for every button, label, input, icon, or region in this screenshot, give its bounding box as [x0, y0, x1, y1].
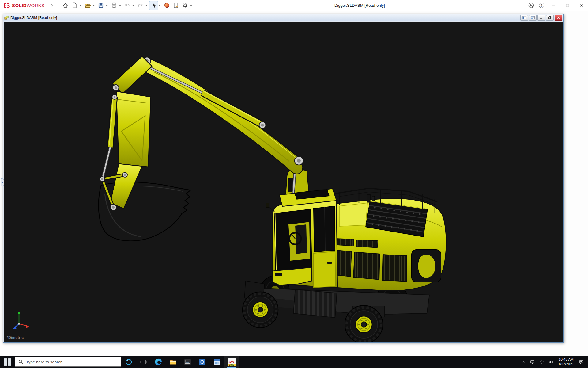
file-explorer-icon	[169, 358, 177, 366]
clock-date: 1/27/2021	[558, 362, 574, 366]
clock-time: 10:45 AM	[558, 357, 574, 362]
app-close-button[interactable]	[574, 0, 588, 11]
doc-restore-button[interactable]	[546, 15, 554, 21]
tray-network-button[interactable]	[537, 356, 546, 368]
app-minimize-button[interactable]	[547, 0, 560, 11]
save-button[interactable]	[97, 1, 105, 10]
windows-logo-icon	[4, 358, 11, 366]
pinned-app-button-2[interactable]	[195, 356, 209, 368]
minimize-icon	[552, 4, 556, 7]
document-window: Digger.SLDASM [Read-only]	[3, 14, 564, 343]
network-icon	[539, 360, 544, 364]
restore-icon	[548, 16, 552, 19]
viewport-layout-button-2[interactable]	[529, 15, 537, 21]
hidden-icons-button[interactable]	[519, 356, 528, 368]
viewport-layout-button-1[interactable]	[520, 15, 528, 21]
view-orientation-label: *Dimetric	[7, 335, 24, 340]
select-tool-button[interactable]	[149, 1, 158, 10]
options-gear-icon[interactable]	[181, 1, 190, 10]
save-dropdown-caret[interactable]	[106, 5, 108, 6]
new-document-dropdown-caret[interactable]	[80, 5, 81, 6]
dassault-3ds-logo-icon	[3, 2, 10, 9]
wheel-near-right[interactable]	[345, 305, 383, 342]
maximize-icon	[566, 4, 569, 7]
task-view-button[interactable]	[136, 356, 151, 368]
file-explorer-button[interactable]	[165, 356, 180, 368]
menu-expand-chevron-icon[interactable]	[47, 1, 56, 10]
taskbar-search-box[interactable]	[15, 357, 121, 367]
action-center-button[interactable]	[577, 356, 586, 368]
file-properties-button[interactable]	[172, 1, 180, 10]
minimize-icon	[539, 16, 543, 19]
undo-button[interactable]	[123, 1, 132, 10]
search-input[interactable]	[26, 360, 118, 364]
start-button[interactable]	[0, 356, 15, 368]
cab[interactable]	[266, 189, 337, 288]
wheel-near-left[interactable]	[243, 292, 278, 328]
pinned-app-button-3[interactable]	[209, 356, 224, 368]
print-button[interactable]	[110, 1, 119, 10]
solidworks-logo: SOLIDWORKS	[0, 2, 47, 9]
app-icon-blue-tool	[198, 358, 206, 366]
panel-flyout-tab[interactable]: ◂	[1, 178, 4, 186]
taskbar-clock[interactable]: 10:45 AM 1/27/2021	[556, 357, 577, 366]
windows-taskbar: SW 2021 10:45 AM 1/27/2021	[0, 356, 588, 368]
tray-volume-button[interactable]	[546, 356, 556, 368]
cortana-icon	[125, 358, 133, 366]
app-icon-blue-window	[213, 358, 221, 366]
tray-display-button[interactable]	[528, 356, 537, 368]
solidworks-2021-taskbar-button[interactable]: SW 2021	[224, 356, 239, 368]
speaker-icon	[548, 360, 553, 364]
new-document-button[interactable]	[70, 1, 79, 10]
system-tray: 10:45 AM 1/27/2021	[519, 356, 588, 368]
app-window-title: Digger.SLDASM [Read-only]	[194, 3, 526, 8]
upper-body[interactable]	[326, 188, 446, 291]
solidworks-app-icon: SW 2021	[228, 358, 236, 366]
print-dropdown-caret[interactable]	[119, 5, 121, 6]
help-button[interactable]: ?	[537, 1, 546, 10]
bucket[interactable]	[99, 182, 190, 241]
chevron-up-icon	[521, 360, 526, 364]
undo-dropdown-caret[interactable]	[132, 5, 134, 6]
appearance-sphere-icon[interactable]	[163, 1, 171, 10]
assembly-document-icon	[4, 15, 9, 20]
document-title-bar[interactable]: Digger.SLDASM [Read-only]	[3, 14, 564, 21]
help-icon: ?	[539, 3, 544, 8]
app-icon-dark-window	[184, 358, 191, 366]
open-button[interactable]	[84, 1, 92, 10]
user-account-button[interactable]	[526, 1, 536, 10]
task-view-icon	[140, 358, 147, 366]
notification-icon	[579, 360, 584, 364]
orientation-triad	[9, 310, 30, 334]
redo-button[interactable]	[136, 1, 145, 10]
app-maximize-button[interactable]	[560, 0, 574, 11]
boom[interactable]	[142, 57, 303, 174]
cortana-button[interactable]	[121, 356, 136, 368]
document-window-title: Digger.SLDASM [Read-only]	[10, 16, 519, 20]
display-icon	[530, 360, 535, 364]
doc-close-button[interactable]	[555, 15, 562, 21]
pinned-app-button-1[interactable]	[180, 356, 195, 368]
options-dropdown-caret[interactable]	[190, 5, 192, 6]
edge-icon	[154, 358, 162, 366]
close-icon	[579, 4, 583, 7]
search-icon	[18, 359, 23, 364]
edge-browser-button[interactable]	[151, 356, 165, 368]
close-icon	[556, 16, 560, 19]
doc-minimize-button[interactable]	[537, 15, 545, 21]
graphics-viewport[interactable]: *Dimetric	[4, 22, 563, 342]
excavator-model[interactable]	[4, 22, 563, 342]
redo-dropdown-caret[interactable]	[145, 5, 147, 6]
home-button[interactable]	[61, 1, 70, 10]
brand-wordmark: SOLIDWORKS	[12, 3, 45, 8]
app-title-bar: SOLIDWORKS	[0, 0, 588, 11]
select-tool-dropdown-caret[interactable]	[159, 5, 160, 6]
open-dropdown-caret[interactable]	[93, 5, 95, 6]
